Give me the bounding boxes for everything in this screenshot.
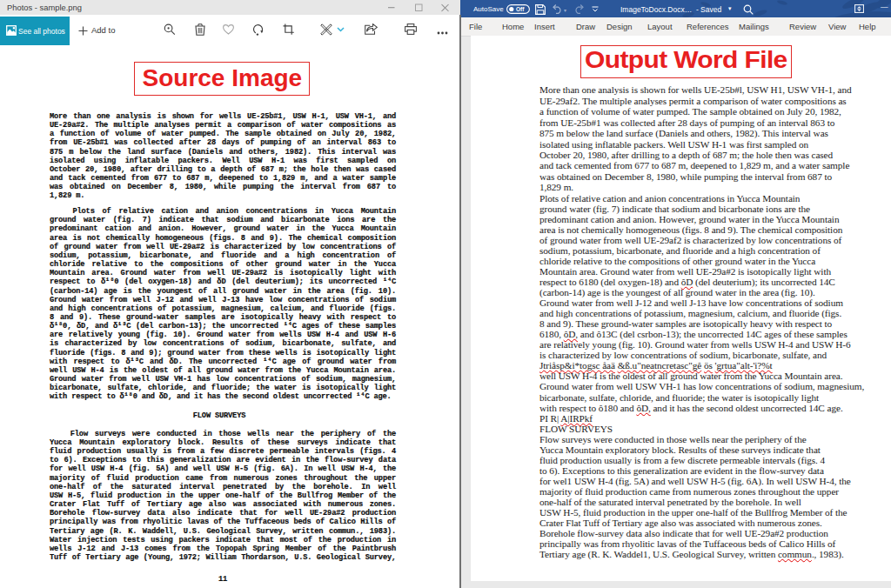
svg-text:Off: Off: [516, 6, 525, 12]
